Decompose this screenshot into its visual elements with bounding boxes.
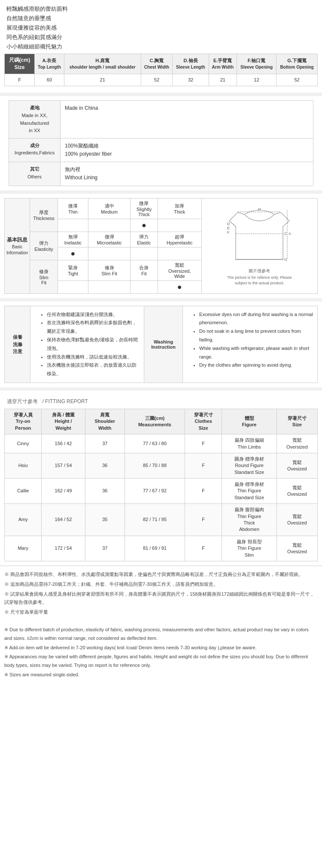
washing-item-4: 使用洗衣機洗滌時，請以低速短程洗滌。	[47, 353, 140, 362]
col-g-header: G.下擺寬Bottom Opening	[276, 54, 318, 74]
ingredients-row: 成分 Ingredients,Fabrics 100%聚酯纖維 100% pol…	[9, 138, 313, 162]
fitting-callie-size: F	[185, 479, 222, 504]
intro-section: 輕飄觸感滑順的蕾紡面料 自然隨意的垂墜感 展現優雅從容的美感 同色系的紐釦質感滿…	[0, 0, 322, 54]
origin-label: 產地 Made in XX,Manufacturedin XX	[9, 101, 61, 138]
fitting-cinny-name: Cinny	[5, 434, 42, 453]
fitting-callie-figure: 扁身 標準身材 Thin Figure Standard Size	[222, 479, 276, 504]
fitting-mary-name: Mary	[5, 536, 42, 561]
note-en-2: ※ Add-on item will be delivered in 7-20 …	[4, 644, 318, 652]
fitting-header-row: 穿著人員Try-onPerson 身高 / 體重Height /Weight 肩…	[5, 409, 318, 434]
fitting-hsiu-measurements: 85 / 70 / 88	[125, 453, 185, 478]
others-row: 其它 Others 無內裡 Without Lining	[9, 162, 313, 186]
basic-info-outer-table: 基本訊息BasicInformation 厚度Thickness 微薄Thin …	[4, 198, 318, 294]
thickness-thin-dot	[58, 219, 88, 232]
fitting-col-size: 穿著尺寸ClothesSize	[185, 409, 222, 434]
thickness-medium: 適中Medium	[88, 198, 130, 219]
fitting-mary-shoulder: 37	[85, 536, 125, 561]
fit-tight: 緊身Tight	[58, 260, 88, 280]
fitting-callie-shoulder: 36	[85, 479, 125, 504]
diagram-note2: The picture is for refence only. Pleases…	[204, 275, 315, 286]
product-info-section: 產地 Made in XX,Manufacturedin XX Made in …	[0, 98, 322, 188]
thickness-label: 厚度Thickness	[30, 198, 58, 232]
fitting-callie-measurements: 77 / 67 / 92	[125, 479, 185, 504]
basic-info-section: 基本訊息BasicInformation 厚度Thickness 微薄Thin …	[0, 196, 322, 296]
col-f-header: F.袖口寬Sleeve Opening	[237, 54, 276, 74]
diagram-note: 圖片僅參考	[204, 268, 315, 274]
note-en-4: ※ Sizes are measured single-sided.	[4, 671, 318, 679]
fitting-title: 適穿尺寸參考 / FITTING REPORT	[4, 397, 318, 405]
washing-instruction-label: WashingInstruction	[144, 306, 183, 383]
fitting-row-callie: Callie 162 / 49 36 77 / 67 / 92 F 扁身 標準身…	[5, 479, 318, 504]
svg-text:A: A	[289, 232, 291, 236]
elasticity-microelastic-dot	[88, 247, 130, 260]
washing-en-item-1: Excessive dyes run off during first wash…	[199, 310, 313, 328]
thickness-thick: 加厚Thick	[158, 198, 201, 219]
fitting-mary-size: F	[185, 536, 222, 561]
fitting-mary-figure: 扁身 頸長型 Thin Figure Slim	[222, 536, 276, 561]
svg-text:E: E	[227, 226, 230, 230]
note-en-3: ※ Appearances may be varied with differe…	[4, 653, 318, 670]
others-value: 無內裡 Without Lining	[61, 162, 313, 186]
thickness-thick-dot	[158, 219, 201, 232]
origin-value: Made in China	[61, 101, 313, 138]
col-h-header: H.肩寬shoulder length / small shoulder	[64, 54, 141, 74]
fitting-col-person: 穿著人員Try-onPerson	[5, 409, 42, 434]
intro-line-4: 同色系的紐釦質感滿分	[6, 33, 316, 42]
washing-item-2: 首次洗滌時深色布料易釋於出多餘固色劑，屬於正常現象。	[47, 319, 140, 336]
svg-text:F: F	[227, 230, 230, 235]
notes-zh-section: ※ 商品會因不同批核作、布料彈性、水洗處理或測量點等因素，使偏色尺寸與實際商品略…	[0, 566, 322, 622]
size-val-e: 21	[209, 74, 237, 86]
washing-item-1: 任何衣物都建議深淺色分開洗滌。	[47, 310, 140, 319]
ingredients-value: 100%聚酯纖維 100% polyester fiber	[61, 138, 313, 162]
size-table: 尺碼(cm)Size A.衣長Top Length H.肩寬shoulder l…	[4, 54, 318, 86]
col-c-header: C.胸寬Chest Width	[141, 54, 173, 74]
fitting-col-figure: 體型Figure	[222, 409, 276, 434]
size-val-d: 32	[173, 74, 209, 86]
svg-text:H: H	[258, 207, 261, 211]
size-val-a: 60	[35, 74, 64, 86]
fitting-mary-measurements: 81 / 69 / 91	[125, 536, 185, 561]
note-zh-2: ※ 追加商品商品需待7-20個工作天；針織、外套、牛仔補商品則需7-30個工作天…	[4, 580, 318, 589]
size-col-header: 尺碼(cm)Size	[5, 54, 35, 74]
fitting-row-hsiu: Hsiu 157 / 54 36 85 / 70 / 88 F 圓身 標準身材 …	[5, 453, 318, 478]
col-a-header: A.衣長Top Length	[35, 54, 64, 74]
fitting-col-hw: 身高 / 體重Height /Weight	[42, 409, 85, 434]
note-en-1: ※ Due to different batch of production, …	[4, 626, 318, 643]
note-zh-4: ※ 尺寸皆為單面平量	[4, 608, 318, 617]
fitting-callie-hw: 162 / 49	[42, 479, 85, 504]
col-d-header: D.袖長Sleeve Length	[173, 54, 209, 74]
notes-en-section: ※ Due to different batch of production, …	[0, 622, 322, 684]
intro-line-3: 展現優雅從容的美感	[6, 23, 316, 33]
thickness-thin: 微薄Thin	[58, 198, 88, 219]
fitting-mary-clothes-size: 寬鬆 Ovesized	[276, 536, 317, 561]
fitting-hsiu-clothes-size: 寬鬆 Ovesized	[276, 453, 317, 478]
fitting-mary-hw: 172 / 54	[42, 536, 85, 561]
basic-info-row: 基本訊息BasicInformation 厚度Thickness 微薄Thin …	[5, 198, 318, 219]
fitting-row-cinny: Cinny 156 / 42 37 77 / 63 / 80 F 扁身 四肢偏細…	[5, 434, 318, 453]
fitting-amy-size: F	[185, 504, 222, 536]
col-e-header: E.手臂寬Arm Width	[209, 54, 237, 74]
tshirt-diagram-cell: H C G A D E F	[201, 198, 317, 293]
fitting-callie-name: Callie	[5, 479, 42, 504]
elasticity-label: 彈力Elasticity	[30, 232, 58, 260]
svg-text:G: G	[284, 257, 287, 262]
fitting-cinny-size: F	[185, 434, 222, 453]
thickness-medium-dot	[88, 219, 130, 232]
svg-text:D: D	[227, 222, 230, 226]
fitting-hsiu-size: F	[185, 453, 222, 478]
fit-slim-fit: 修身Slim Fit	[88, 260, 130, 280]
elasticity-elastic: 彈力Elastic	[131, 232, 158, 247]
fit-fit-dot	[131, 280, 158, 293]
fitting-cinny-measurements: 77 / 63 / 80	[125, 434, 185, 453]
intro-line-5: 小小精緻細節襯托魅力	[6, 42, 316, 51]
fitting-hsiu-hw: 157 / 54	[42, 453, 85, 478]
others-label: 其它 Others	[9, 162, 61, 186]
fitting-amy-name: Amy	[5, 504, 42, 536]
product-info-table: 產地 Made in XX,Manufacturedin XX Made in …	[9, 100, 313, 186]
intro-line-1: 輕飄觸感滑順的蕾紡面料	[6, 4, 316, 14]
fit-oversized: 寬鬆Oversized,Wide	[158, 260, 201, 280]
washing-item-3: 保持衣物色澤鮮豔避免色/灌移染，勿長時間浸泡。	[47, 336, 140, 353]
fitting-cinny-hw: 156 / 42	[42, 434, 85, 453]
thickness-slightly-thick-dot: ●	[131, 219, 158, 232]
fitting-amy-clothes-size: 寬鬆 Ovesized	[276, 504, 317, 536]
